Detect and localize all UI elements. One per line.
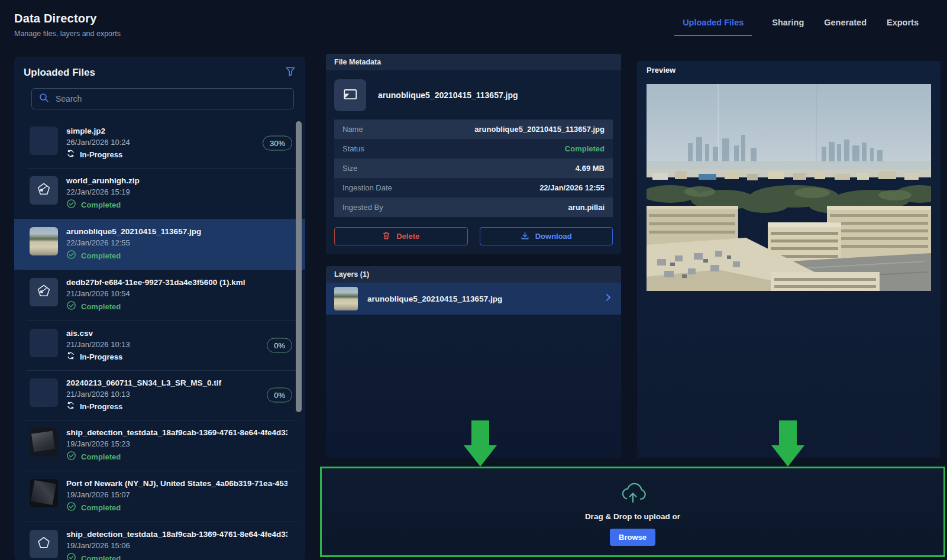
file-name: dedb27bf-e684-11ee-9927-31da4e3f5600 (1)… <box>66 278 287 287</box>
status-badge: Completed <box>565 144 605 153</box>
file-list: simple.jp2 26/Jan/2026 10:24 In-Progress… <box>14 118 305 560</box>
progress-badge: 0% <box>267 338 292 353</box>
file-status: Completed <box>66 552 287 560</box>
tab-exports[interactable]: Exports <box>887 18 919 35</box>
file-name: ship_detection_testdata_18af9cab-1369-47… <box>66 530 287 539</box>
check-circle-icon <box>66 501 76 513</box>
layer-name: arunoblique5_20210415_113657.jpg <box>367 294 594 303</box>
sync-icon <box>66 149 75 160</box>
file-date: 21/Jan/2026 10:13 <box>66 340 287 349</box>
file-metadata-panel: File Metadata arunoblique5_20210415_1136… <box>326 54 621 254</box>
file-list-item[interactable]: simple.jp2 26/Jan/2026 10:24 In-Progress… <box>14 118 305 168</box>
file-thumbnail <box>30 278 58 306</box>
metadata-row: Name arunoblique5_20210415_113657.jpg <box>334 119 613 139</box>
list-scrollbar-thumb[interactable] <box>296 121 302 412</box>
file-name: ais.csv <box>66 329 287 338</box>
metadata-table: Name arunoblique5_20210415_113657.jpg St… <box>334 119 613 217</box>
page-title: Data Directory <box>14 12 97 25</box>
file-list-item[interactable]: world_arunhigh.zip 22/Jan/2026 15:19 Com… <box>14 168 305 219</box>
file-name: arunoblique5_20210415_113657.jpg <box>66 227 287 236</box>
file-date: 19/Jan/2026 15:06 <box>66 541 287 550</box>
file-date: 19/Jan/2026 15:07 <box>66 490 287 499</box>
uploaded-files-panel: Uploaded Files simple.jp2 26/Jan/2026 10… <box>14 57 305 560</box>
browse-button[interactable]: Browse <box>610 529 655 546</box>
sync-icon <box>66 351 75 362</box>
preview-image <box>647 84 931 291</box>
file-thumbnail <box>30 378 58 407</box>
file-status: Completed <box>66 300 287 312</box>
image-file-icon <box>342 86 358 105</box>
file-thumbnail <box>30 479 58 507</box>
tab-generated[interactable]: Generated <box>824 18 867 35</box>
trash-icon <box>382 231 390 242</box>
file-date: 21/Jan/2026 10:13 <box>66 390 287 399</box>
check-circle-icon <box>66 300 76 312</box>
file-name: 20240213_060711_SN34_L3_SR_MS_0.tif <box>66 378 287 387</box>
check-circle-icon <box>66 199 76 211</box>
file-list-item[interactable]: dedb27bf-e684-11ee-9927-31da4e3f5600 (1)… <box>14 270 305 321</box>
file-date: 26/Jan/2026 10:24 <box>66 138 287 147</box>
file-date: 21/Jan/2026 10:54 <box>66 289 287 298</box>
tab-uploaded-files[interactable]: Uploaded Files <box>674 18 752 36</box>
preview-panel: Preview <box>637 61 940 458</box>
pentagon-icon <box>36 535 51 553</box>
vector-file-icon <box>36 283 51 301</box>
file-date: 22/Jan/2026 12:55 <box>66 238 287 247</box>
file-list-item[interactable]: Port of Newark (NY_NJ), United States_4a… <box>14 471 305 522</box>
download-icon <box>521 231 529 242</box>
search-box <box>31 88 294 109</box>
page-subtitle: Manage files, layers and exports <box>14 30 121 38</box>
file-list-item-selected[interactable]: arunoblique5_20210415_113657.jpg 22/Jan/… <box>14 219 305 270</box>
file-list-item[interactable]: ship_detection_testdata_18af9cab-1369-47… <box>14 420 305 471</box>
file-list-item[interactable]: ship_detection_testdata_18af9cab-1369-47… <box>14 522 305 560</box>
file-date: 19/Jan/2026 15:23 <box>66 439 287 448</box>
file-status: Completed <box>66 451 287 462</box>
upload-drop-zone[interactable]: Drag & Drop to upload or Browse <box>320 467 945 557</box>
metadata-row: Size 4.69 MB <box>334 158 613 178</box>
uploaded-files-title: Uploaded Files <box>24 67 95 79</box>
layer-thumbnail <box>334 287 358 310</box>
file-status: In-Progress <box>66 149 287 160</box>
layers-header: Layers (1) <box>326 266 621 283</box>
cloud-upload-icon <box>619 481 647 508</box>
sync-icon <box>66 401 75 412</box>
vector-file-icon <box>36 182 51 199</box>
file-thumbnail <box>30 127 58 155</box>
file-name: Port of Newark (NY_NJ), United States_4a… <box>66 479 287 488</box>
layer-row[interactable]: arunoblique5_20210415_113657.jpg <box>326 283 621 315</box>
file-thumbnail <box>30 329 58 357</box>
top-tabs: Uploaded Files Sharing Generated Exports <box>674 18 919 36</box>
search-input[interactable] <box>56 94 286 103</box>
file-metadata-header: File Metadata <box>326 54 621 70</box>
chevron-right-icon[interactable] <box>603 293 613 305</box>
file-status: Completed <box>66 199 287 211</box>
upload-hint-arrow <box>463 420 497 467</box>
file-name: simple.jp2 <box>66 127 287 135</box>
filter-icon[interactable] <box>285 66 296 79</box>
tab-sharing[interactable]: Sharing <box>772 18 804 35</box>
check-circle-icon <box>66 250 76 261</box>
file-name: world_arunhigh.zip <box>66 176 287 185</box>
file-status: Completed <box>66 501 287 513</box>
progress-badge: 0% <box>267 388 292 403</box>
file-name: ship_detection_testdata_18af9cab-1369-47… <box>66 428 287 437</box>
metadata-file-name: arunoblique5_20210415_113657.jpg <box>378 90 518 100</box>
file-thumbnail <box>30 176 58 205</box>
metadata-row: Status Completed <box>334 139 613 158</box>
file-type-tile <box>334 79 366 111</box>
file-thumbnail <box>30 428 58 457</box>
file-status: Completed <box>66 250 287 261</box>
check-circle-icon <box>66 552 76 560</box>
file-list-item[interactable]: ais.csv 21/Jan/2026 10:13 In-Progress 0% <box>14 321 305 370</box>
delete-button[interactable]: Delete <box>334 227 468 245</box>
search-icon <box>39 93 49 105</box>
data-directory-page: Data Directory Manage files, layers and … <box>0 0 947 560</box>
preview-title: Preview <box>647 66 675 75</box>
metadata-row: Ingested By arun.pillai <box>334 198 613 217</box>
drop-instruction: Drag & Drop to upload or <box>585 512 680 521</box>
download-button[interactable]: Download <box>480 227 613 245</box>
file-date: 22/Jan/2026 15:19 <box>66 187 287 196</box>
file-thumbnail <box>30 530 58 558</box>
upload-hint-arrow <box>771 420 805 467</box>
file-list-item[interactable]: 20240213_060711_SN34_L3_SR_MS_0.tif 21/J… <box>14 370 305 420</box>
